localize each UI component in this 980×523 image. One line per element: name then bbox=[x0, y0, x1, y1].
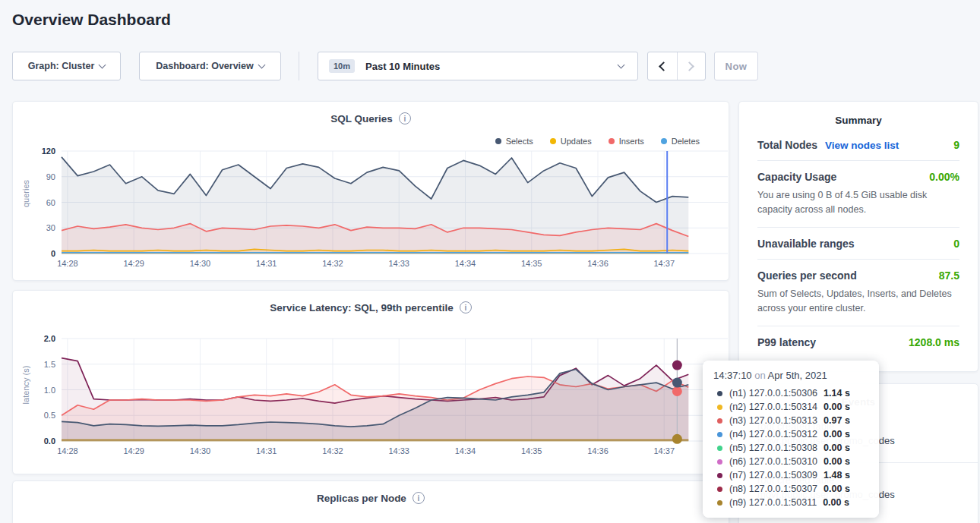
node-address: (n1) 127.0.0.1:50306 bbox=[729, 388, 817, 399]
qps-label: Queries per second bbox=[757, 269, 857, 282]
node-address: (n8) 127.0.0.1:50307 bbox=[729, 484, 817, 494]
sql-queries-chart-plot[interactable]: 14:2814:2914:3014:3114:3214:3314:3414:35… bbox=[13, 102, 730, 282]
view-nodes-list-link[interactable]: View nodes list bbox=[825, 140, 899, 151]
node-latency-value: 1.48 s bbox=[824, 470, 850, 480]
svg-text:14:34: 14:34 bbox=[455, 446, 476, 455]
time-nav-group bbox=[647, 52, 706, 80]
qps-value: 87.5 bbox=[939, 269, 959, 282]
total-nodes-value: 9 bbox=[953, 139, 959, 151]
tooltip-node-row: (n9) 127.0.0.1:503110.00 s bbox=[713, 496, 868, 509]
node-latency-value: 1.14 s bbox=[824, 388, 850, 399]
unavailable-ranges-label: Unavailable ranges bbox=[757, 238, 855, 250]
chevron-down-icon bbox=[99, 61, 106, 68]
svg-text:14:35: 14:35 bbox=[521, 259, 542, 268]
svg-text:14:35: 14:35 bbox=[521, 446, 542, 455]
node-address: (n6) 127.0.0.1:50310 bbox=[729, 456, 817, 467]
capacity-usage-value: 0.00% bbox=[929, 171, 959, 183]
tooltip-node-row: (n3) 127.0.0.1:503130.97 s bbox=[713, 414, 868, 427]
node-latency-value: 0.00 s bbox=[824, 443, 850, 453]
tooltip-node-row: (n4) 127.0.0.1:503120.00 s bbox=[713, 427, 868, 441]
tooltip-rows: (n1) 127.0.0.1:503061.14 s(n2) 127.0.0.1… bbox=[713, 386, 868, 509]
svg-text:14:30: 14:30 bbox=[190, 259, 211, 268]
node-color-dot-icon bbox=[717, 405, 722, 410]
tooltip-node-row: (n1) 127.0.0.1:503061.14 s bbox=[713, 386, 868, 400]
node-color-dot-icon bbox=[717, 473, 722, 478]
time-range-label: Past 10 Minutes bbox=[365, 61, 440, 72]
replicas-title: Replicas per Node bbox=[317, 493, 406, 504]
chevron-left-icon bbox=[659, 61, 669, 71]
node-color-dot-icon bbox=[717, 487, 722, 492]
unavailable-ranges-value: 0 bbox=[953, 238, 959, 250]
node-latency-value: 0.97 s bbox=[824, 415, 850, 426]
node-address: (n4) 127.0.0.1:50312 bbox=[729, 429, 817, 440]
replicas-title-row: Replicas per Node i bbox=[13, 492, 729, 504]
svg-text:14:28: 14:28 bbox=[57, 259, 78, 268]
node-address: (n5) 127.0.0.1:50308 bbox=[729, 443, 817, 453]
svg-text:0.5: 0.5 bbox=[44, 411, 55, 420]
toolbar-divider bbox=[299, 52, 299, 80]
tooltip-node-row: (n5) 127.0.0.1:503080.00 s bbox=[713, 441, 868, 455]
p99-latency-value: 1208.0 ms bbox=[909, 336, 959, 348]
node-address: (n9) 127.0.0.1:50311 bbox=[729, 497, 817, 508]
svg-text:14:32: 14:32 bbox=[322, 259, 343, 268]
graph-dropdown[interactable]: Graph: Cluster bbox=[12, 52, 121, 80]
tooltip-date: Apr 5th, 2021 bbox=[768, 370, 827, 381]
node-color-dot-icon bbox=[717, 418, 722, 424]
svg-text:14:31: 14:31 bbox=[256, 446, 277, 455]
time-range-dropdown[interactable]: 10m Past 10 Minutes bbox=[318, 52, 638, 80]
svg-text:14:31: 14:31 bbox=[256, 259, 277, 268]
svg-text:14:30: 14:30 bbox=[190, 446, 211, 455]
svg-text:60: 60 bbox=[46, 198, 55, 207]
svg-text:120: 120 bbox=[42, 147, 55, 156]
svg-text:14:32: 14:32 bbox=[322, 446, 343, 455]
tooltip-node-row: (n6) 127.0.0.1:503100.00 s bbox=[713, 455, 868, 468]
node-color-dot-icon bbox=[717, 459, 722, 465]
svg-text:14:36: 14:36 bbox=[587, 259, 609, 268]
time-prev-button[interactable] bbox=[648, 52, 677, 80]
node-latency-value: 0.00 s bbox=[824, 429, 850, 440]
svg-text:1.5: 1.5 bbox=[44, 360, 55, 369]
svg-text:14:37: 14:37 bbox=[653, 446, 675, 455]
svg-text:14:37: 14:37 bbox=[653, 259, 675, 268]
replicas-per-node-card: Replicas per Node i bbox=[12, 480, 729, 523]
chevron-right-icon bbox=[684, 61, 694, 71]
svg-text:30: 30 bbox=[46, 223, 55, 232]
dashboard-dropdown[interactable]: Dashboard: Overview bbox=[139, 52, 281, 80]
service-latency-chart-plot[interactable]: 14:2814:2914:3014:3114:3214:3314:3414:35… bbox=[13, 291, 730, 475]
toolbar: Graph: Cluster Dashboard: Overview 10m P… bbox=[0, 52, 980, 80]
graph-dropdown-label: Graph: Cluster bbox=[28, 61, 95, 71]
node-color-dot-icon bbox=[717, 446, 722, 451]
node-address: (n3) 127.0.0.1:50313 bbox=[729, 415, 817, 426]
total-nodes-label: Total Nodes bbox=[757, 139, 817, 151]
info-icon[interactable]: i bbox=[413, 492, 425, 504]
now-button[interactable]: Now bbox=[714, 52, 758, 80]
svg-text:14:33: 14:33 bbox=[388, 259, 409, 268]
svg-text:14:34: 14:34 bbox=[455, 259, 476, 268]
svg-text:0.0: 0.0 bbox=[44, 436, 55, 446]
node-latency-value: 0.00 s bbox=[823, 497, 849, 508]
summary-body: Total Nodes View nodes list 9 Capacity U… bbox=[739, 129, 978, 358]
page-title: Overview Dashboard bbox=[12, 11, 171, 29]
svg-text:1.0: 1.0 bbox=[44, 386, 55, 395]
summary-row-unavailable-ranges: Unavailable ranges 0 bbox=[757, 228, 959, 260]
dashboard-dropdown-label: Dashboard: Overview bbox=[156, 61, 254, 71]
chevron-down-icon bbox=[618, 61, 625, 68]
node-color-dot-icon bbox=[717, 432, 722, 437]
capacity-usage-desc: You are using 0 B of 4.5 GiB usable disk… bbox=[757, 188, 959, 218]
svg-text:2.0: 2.0 bbox=[44, 334, 55, 343]
node-address: (n2) 127.0.0.1:50314 bbox=[729, 402, 817, 412]
sql-queries-card: SQL Queries i SelectsUpdatesInsertsDelet… bbox=[12, 101, 729, 281]
tooltip-node-row: (n2) 127.0.0.1:503140.00 s bbox=[713, 400, 868, 414]
summary-row-capacity: Capacity Usage 0.00% You are using 0 B o… bbox=[757, 161, 959, 228]
time-range-badge: 10m bbox=[329, 59, 355, 73]
svg-text:14:36: 14:36 bbox=[587, 446, 609, 455]
summary-row-total-nodes: Total Nodes View nodes list 9 bbox=[757, 129, 959, 161]
node-latency-value: 0.00 s bbox=[824, 484, 850, 494]
svg-text:14:29: 14:29 bbox=[123, 259, 144, 268]
p99-latency-label: P99 latency bbox=[757, 336, 816, 348]
chevron-down-icon bbox=[258, 61, 265, 68]
tooltip-node-row: (n7) 127.0.0.1:503091.48 s bbox=[713, 468, 868, 482]
time-next-button[interactable] bbox=[677, 52, 706, 80]
node-color-dot-icon bbox=[717, 500, 722, 506]
tooltip-header: 14:37:10 on Apr 5th, 2021 bbox=[713, 370, 868, 381]
